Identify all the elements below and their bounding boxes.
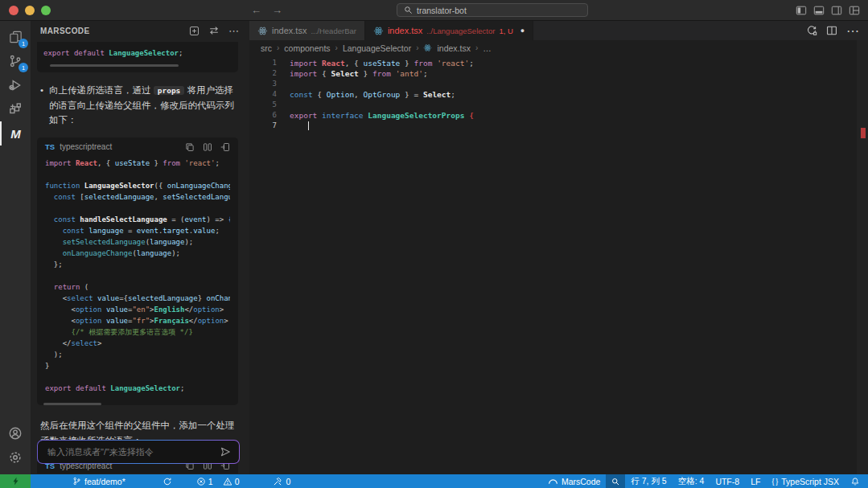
code-block-header: TS typescriptreact (37, 137, 238, 155)
activity-accounts[interactable] (0, 421, 31, 445)
code-line (45, 270, 230, 281)
activity-run-debug[interactable] (0, 73, 31, 97)
tools-count: 0 (286, 477, 290, 486)
line-number: 6 (249, 110, 290, 121)
sidebar-title: MARSCODE (40, 27, 90, 35)
more-actions-icon[interactable]: ⋯ (228, 25, 240, 37)
cursor-position-status[interactable]: 行 7, 列 5 (625, 474, 672, 488)
breadcrumb: src › components › LanguageSelector › in… (249, 40, 868, 55)
chevron-right-icon: › (335, 43, 338, 52)
activity-extensions[interactable] (0, 97, 31, 121)
close-window-button[interactable] (9, 6, 19, 15)
breadcrumb-item[interactable]: index.tsx (437, 43, 470, 53)
code-line (45, 169, 230, 180)
code-line: const language = event.target.value; (45, 225, 230, 236)
insert-at-cursor-icon[interactable] (220, 142, 230, 152)
code-line (45, 203, 230, 214)
branch-name: feat/demo* (84, 477, 125, 486)
eol-status[interactable]: LF (745, 474, 766, 488)
text-cursor (308, 121, 310, 130)
eol-label: LF (751, 477, 760, 486)
bullet-text: 向上传递所选语言，通过 props 将用户选择的语言向上传递给父组件，修改后的代… (49, 83, 240, 128)
breadcrumb-item[interactable]: components (284, 43, 330, 53)
remote-indicator[interactable] (0, 474, 31, 488)
activity-source-control[interactable]: 1 (0, 49, 31, 73)
status-bar: feat/demo* 1 0 0 (0, 474, 868, 488)
git-branch-status[interactable]: feat/demo* (67, 474, 131, 488)
code-line: const [selectedLanguage, setSelectedLang… (45, 191, 230, 203)
nav-back-icon[interactable]: ← (251, 4, 261, 16)
toggle-sidebar-icon[interactable] (796, 5, 807, 16)
breadcrumb-item[interactable]: src (261, 43, 272, 53)
sync-changes-icon[interactable] (806, 25, 817, 36)
activity-marscode[interactable]: M (0, 121, 31, 146)
editor-line: 2import { Select } from 'antd'; (249, 68, 868, 79)
chat-code-block: TS typescriptreact import Re (37, 137, 238, 405)
toggle-panel-icon[interactable] (813, 5, 825, 16)
overview-ruler[interactable] (857, 40, 868, 474)
tab-index-languageselector[interactable]: index.tsx ../LanguageSelector 1, U ● (365, 21, 533, 40)
language-mode-status[interactable]: { } TypeScript JSX (766, 474, 845, 488)
error-icon (196, 477, 206, 486)
account-icon (8, 426, 23, 441)
chat-input[interactable] (46, 446, 213, 457)
line-number: 5 (249, 100, 290, 110)
copy-icon[interactable] (185, 142, 195, 152)
code-line: return ( (45, 281, 230, 293)
code-line: <option value="en">English</option> (45, 304, 230, 315)
bell-icon (850, 477, 860, 486)
encoding-status[interactable]: UTF-8 (710, 474, 745, 488)
code-line: function LanguageSelector({ onLanguageCh… (45, 180, 230, 191)
command-center-search[interactable]: translator-bot (397, 3, 588, 17)
code-line: <select value={selectedLanguage} onChang… (45, 293, 230, 304)
indentation-status[interactable]: 空格: 4 (673, 474, 710, 488)
maximize-window-button[interactable] (41, 6, 51, 15)
marscode-status[interactable]: MarsCode (542, 474, 606, 488)
editor-line: 3 (249, 79, 868, 89)
layout-controls (796, 0, 860, 20)
send-icon[interactable] (220, 446, 231, 457)
horizontal-scrollbar[interactable] (43, 403, 101, 405)
insert-diff-icon[interactable] (203, 142, 212, 152)
marscode-label: MarsCode (562, 477, 600, 486)
horizontal-scrollbar[interactable] (50, 64, 179, 67)
editor-actions: ⋯ (806, 21, 860, 40)
problems-status[interactable]: 1 0 (191, 474, 245, 488)
modified-dot-icon[interactable]: ● (520, 27, 525, 35)
new-chat-icon[interactable] (189, 26, 200, 36)
main-area: 1 1 M (0, 21, 868, 474)
marscode-arc-icon (548, 477, 558, 486)
traffic-lights (9, 6, 51, 15)
breadcrumb-item[interactable]: … (483, 43, 492, 53)
breadcrumb-item[interactable]: LanguageSelector (343, 43, 411, 53)
gear-icon (8, 450, 23, 465)
sync-status[interactable] (157, 474, 178, 488)
activity-explorer[interactable]: 1 (0, 25, 31, 49)
split-editor-icon[interactable] (826, 25, 837, 36)
tools-icon (273, 477, 282, 486)
tab-index-headerbar[interactable]: index.tsx .../HeaderBar (249, 21, 365, 40)
history-swap-icon[interactable] (208, 25, 220, 36)
notifications-status[interactable] (845, 474, 868, 488)
inline-code-props: props (154, 86, 185, 95)
screencast-search-status[interactable] (606, 474, 625, 488)
editor-line: 6export interface LanguageSelectorProps … (249, 110, 868, 121)
sync-icon (162, 477, 172, 486)
editor-tab-bar: index.tsx .../HeaderBar index.tsx ../Lan… (249, 21, 868, 40)
warning-icon (223, 477, 232, 486)
tools-status[interactable]: 0 (267, 474, 296, 488)
toggle-secondary-sidebar-icon[interactable] (831, 5, 842, 16)
encoding-label: UTF-8 (715, 477, 739, 486)
minimize-window-button[interactable] (25, 6, 35, 15)
nav-forward-icon[interactable]: → (272, 4, 282, 16)
code-line (45, 371, 230, 383)
activity-settings[interactable] (0, 445, 31, 470)
customize-layout-icon[interactable] (849, 5, 860, 16)
more-actions-icon[interactable]: ⋯ (846, 23, 860, 39)
marscode-panel: MARSCODE ⋯ export default LanguageSelect… (31, 21, 249, 474)
warning-count: 0 (235, 477, 240, 486)
code-editor[interactable]: 1import React, { useState } from 'react'… (249, 55, 868, 131)
line-number: 4 (249, 89, 290, 100)
tab-label: index.tsx (272, 26, 306, 35)
ts-badge: TS (45, 142, 55, 151)
